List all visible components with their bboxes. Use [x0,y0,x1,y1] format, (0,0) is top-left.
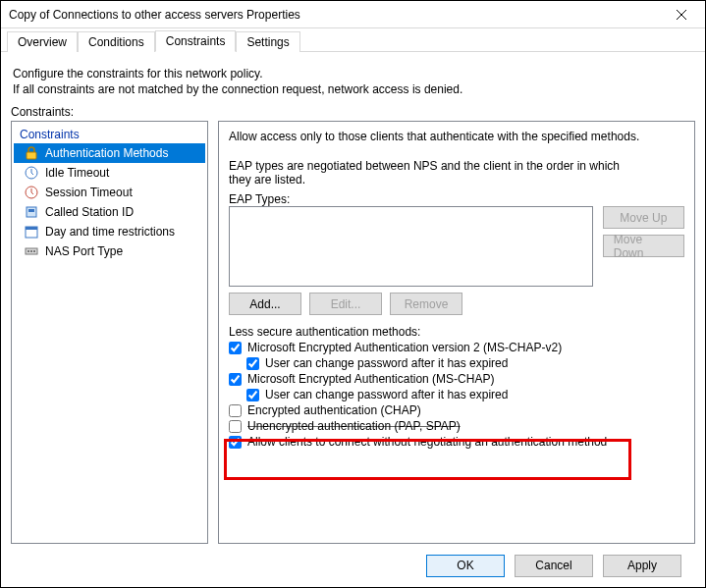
eap-types-list[interactable] [229,206,593,287]
titlebar: Copy of Connections to other access serv… [1,1,705,28]
calendar-icon [24,224,39,240]
svg-rect-12 [33,250,35,252]
checkbox[interactable] [229,436,242,449]
opt-mschap-pw[interactable]: User can change password after it has ex… [246,388,684,401]
apply-button[interactable]: Apply [603,555,681,577]
svg-rect-6 [28,209,34,212]
opt-mschapv2-pw[interactable]: User can change password after it has ex… [246,356,684,370]
port-icon [24,243,39,259]
checkbox[interactable] [246,357,259,370]
description: Configure the constraints for this netwo… [11,62,695,105]
move-up-button[interactable]: Move Up [603,206,684,229]
opt-mschap[interactable]: Microsoft Encrypted Authentication (MS-C… [229,372,684,386]
settings-column: Allow access only to those clients that … [218,121,695,544]
tab-settings[interactable]: Settings [236,31,299,52]
cancel-button[interactable]: Cancel [515,555,593,577]
constraints-label: Constraints: [11,105,695,119]
opt-pap[interactable]: Unencrypted authentication (PAP, SPAP) [229,419,684,433]
clock-icon [24,185,39,200]
checkbox[interactable] [246,389,259,401]
constraint-idle-timeout[interactable]: Idle Timeout [14,163,205,183]
station-icon [24,204,39,220]
tab-overview[interactable]: Overview [7,31,78,52]
svg-rect-11 [30,250,32,252]
constraints-column: Constraints Authentication Methods Idle … [11,121,208,544]
constraint-label: Idle Timeout [45,166,109,180]
constraint-day-time[interactable]: Day and time restrictions [14,222,205,241]
description-line1: Configure the constraints for this netwo… [13,66,693,81]
settings-panel: Allow access only to those clients that … [218,121,695,544]
eap-note: EAP types are negotiated between NPS and… [229,159,641,187]
constraint-label: Authentication Methods [45,146,168,160]
svg-rect-2 [27,152,36,159]
remove-button[interactable]: Remove [390,293,462,315]
properties-dialog: Copy of Connections to other access serv… [0,0,706,588]
description-line2: If all constraints are not matched by th… [13,81,693,97]
lock-icon [24,145,39,161]
opt-allow-no-auth[interactable]: Allow clients to connect without negotia… [229,435,684,449]
tab-strip: Overview Conditions Constraints Settings [1,28,705,52]
close-icon [677,10,686,20]
constraint-called-station[interactable]: Called Station ID [14,202,205,222]
move-down-button[interactable]: Move Down [603,235,684,257]
clock-icon [24,165,39,181]
ok-button[interactable]: OK [426,555,505,577]
constraint-auth-methods[interactable]: Authentication Methods [14,143,205,163]
constraints-list[interactable]: Constraints Authentication Methods Idle … [11,121,208,544]
svg-rect-8 [26,227,37,230]
checkbox[interactable] [229,404,242,417]
constraint-label: Called Station ID [45,205,134,219]
close-button[interactable] [662,4,701,26]
constraint-label: Day and time restrictions [45,225,175,239]
svg-rect-10 [27,250,29,252]
dialog-body: Configure the constraints for this netwo… [1,52,705,587]
tab-constraints[interactable]: Constraints [155,30,237,52]
constraints-list-header: Constraints [14,126,205,143]
add-button[interactable]: Add... [229,293,301,315]
edit-button[interactable]: Edit... [309,293,382,315]
opt-chap[interactable]: Encrypted authentication (CHAP) [229,403,684,417]
eap-types-label: EAP Types: [229,192,684,206]
dialog-footer: OK Cancel Apply [11,544,695,587]
checkbox[interactable] [229,373,242,386]
constraint-label: NAS Port Type [45,244,123,258]
intro-text: Allow access only to those clients that … [229,130,684,143]
window-title: Copy of Connections to other access serv… [9,8,300,22]
less-secure-label: Less secure authentication methods: [229,325,684,339]
panes: Constraints Authentication Methods Idle … [11,121,695,544]
tab-conditions[interactable]: Conditions [78,31,155,52]
constraint-session-timeout[interactable]: Session Timeout [14,183,205,202]
opt-mschapv2[interactable]: Microsoft Encrypted Authentication versi… [229,341,684,354]
constraint-nas-port[interactable]: NAS Port Type [14,241,205,261]
checkbox[interactable] [229,342,242,354]
constraint-label: Session Timeout [45,186,133,199]
checkbox[interactable] [229,420,242,433]
